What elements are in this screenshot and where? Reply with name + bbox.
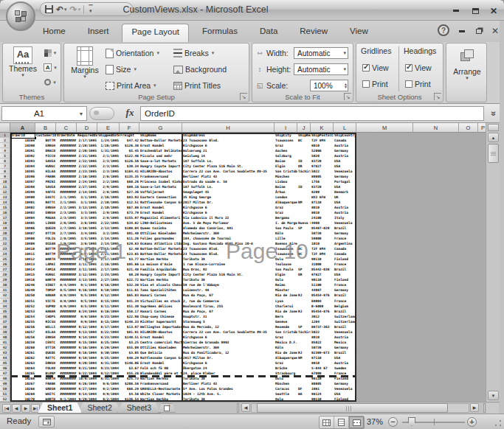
cell[interactable]: 10403 — [10, 210, 35, 215]
cell[interactable]: 10412 — [10, 257, 35, 262]
cell[interactable]: 2/20/1995 — [77, 143, 97, 148]
sheet-tab-sheet3[interactable]: Sheet3 — [117, 402, 161, 414]
row-header[interactable]: 41 — [0, 340, 10, 345]
cell[interactable]: ######## — [56, 267, 77, 272]
cell[interactable]: 3/1/1995 — [77, 195, 97, 200]
cell[interactable]: 10252 — [10, 304, 35, 309]
cell[interactable]: 3/12/1995 — [77, 272, 97, 277]
cell[interactable]: 8/5/1994 — [56, 287, 77, 293]
cell[interactable]: $12.51 — [120, 200, 139, 205]
cell[interactable]: Canada — [334, 246, 356, 251]
cell[interactable]: Carrera 22 con Ave. Carlos Soublette #8-… — [182, 329, 275, 335]
cell[interactable]: 4980 — [311, 220, 334, 226]
cell[interactable]: 10266 — [10, 376, 35, 381]
row-header[interactable]: 45 — [0, 360, 10, 366]
cell[interactable]: 59 rue de l'Abbaye — [182, 282, 275, 287]
cell[interactable]: LINO-Delicateses — [139, 220, 182, 226]
cell[interactable]: France — [334, 371, 356, 376]
cell[interactable]: ######## — [56, 386, 77, 391]
cell[interactable]: La maison d'Asie — [139, 262, 182, 267]
cell[interactable]: Folk och fä HB — [139, 366, 182, 371]
row-header[interactable]: 27 — [0, 267, 10, 272]
cell[interactable]: ######## — [56, 381, 77, 386]
cell[interactable]: Que Delícia — [139, 350, 182, 355]
cell[interactable]: Blondesddsl père et fils — [139, 371, 182, 376]
cell[interactable] — [297, 340, 311, 345]
cell[interactable]: 2/22/1995 — [97, 220, 120, 226]
cell[interactable]: Denmark — [334, 189, 356, 195]
cell[interactable]: Bottom-Dollar Markets — [139, 251, 182, 257]
row-header[interactable]: 44 — [0, 355, 10, 360]
cell[interactable]: Argentina — [334, 241, 356, 246]
cell[interactable]: 87110 — [311, 200, 334, 205]
cell[interactable]: RICSU — [35, 319, 56, 324]
row-header[interactable]: 10 — [0, 179, 10, 184]
cell[interactable]: Geislweg 14 — [182, 153, 275, 158]
cell[interactable]: 3/7/1995 — [77, 251, 97, 257]
cell[interactable]: NM — [297, 200, 311, 205]
cell[interactable]: Océano Atlántico Ltda. — [139, 241, 182, 246]
cell[interactable]: 10411 — [10, 251, 35, 257]
cell[interactable]: 9/1/1994 — [77, 282, 97, 287]
first-sheet-icon[interactable]: |◀ — [2, 404, 11, 413]
cell[interactable]: ######## — [56, 169, 77, 174]
cell[interactable]: HILARIÓN-Abastos — [139, 169, 182, 174]
cell[interactable] — [297, 189, 311, 195]
cell[interactable] — [297, 148, 311, 153]
row-header[interactable]: 30 — [0, 282, 10, 287]
cell[interactable]: 10406 — [10, 226, 35, 231]
cell[interactable]: ######## — [56, 391, 77, 397]
cell[interactable]: Austria — [334, 205, 356, 210]
cell[interactable]: SP — [297, 267, 311, 272]
row-header[interactable]: 25 — [0, 257, 10, 262]
cell[interactable]: Aachen — [275, 148, 297, 153]
cell[interactable]: WHITC — [35, 391, 56, 397]
cell[interactable]: 2/13/1995 — [97, 226, 120, 231]
cell[interactable]: Salzburg — [275, 153, 297, 158]
cell[interactable]: T2F 8M4 — [311, 138, 334, 143]
cell[interactable]: Bottom-Dollar Markets — [139, 246, 182, 251]
cell[interactable]: 05022 — [311, 340, 334, 345]
cell[interactable]: BC — [297, 138, 311, 143]
cell[interactable]: Graz — [275, 335, 297, 340]
row-header[interactable]: 20 — [0, 231, 10, 236]
cell[interactable]: San Cristóbal — [275, 169, 297, 174]
background-button[interactable]: Background — [173, 63, 227, 76]
cell[interactable]: BOTTM — [35, 246, 56, 251]
cell[interactable]: ######## — [56, 309, 77, 314]
cell[interactable]: 2/10/1995 — [77, 174, 97, 179]
cell[interactable]: ShipPostalCode — [311, 133, 334, 138]
cell[interactable]: 90110 — [311, 376, 334, 381]
cell[interactable]: 10413 — [10, 262, 35, 267]
cell[interactable]: VICTE — [35, 299, 56, 304]
cell[interactable] — [297, 195, 311, 200]
cell[interactable]: OrderID — [10, 133, 35, 138]
cell[interactable]: Brazil — [334, 309, 356, 314]
cell[interactable]: Germany — [334, 148, 356, 153]
cell[interactable]: QUEDE — [35, 350, 56, 355]
cell[interactable]: 10248 — [10, 282, 35, 287]
cell[interactable]: ######## — [56, 345, 77, 350]
cell[interactable]: WARTH — [35, 277, 56, 282]
cell[interactable]: RequiredDate — [77, 133, 97, 138]
sheet-tab-sheet2[interactable]: Sheet2 — [77, 402, 121, 414]
cell[interactable]: CENTC — [35, 340, 56, 345]
cell[interactable]: LINOD — [35, 220, 56, 226]
cell[interactable]: 10400 — [10, 195, 35, 200]
cell[interactable]: 8/17/1994 — [97, 324, 120, 329]
cell[interactable] — [297, 376, 311, 381]
cell[interactable]: Rio de Janeiro — [275, 293, 297, 298]
cell[interactable]: Austria — [334, 335, 356, 340]
cell[interactable]: 10256 — [10, 324, 35, 329]
cell[interactable]: 10414 — [10, 267, 35, 272]
cell[interactable]: 2/24/1995 — [77, 179, 97, 184]
cell[interactable]: 05454-876 — [311, 293, 334, 298]
cell[interactable]: London — [275, 195, 297, 200]
help-icon[interactable]: ? — [438, 24, 449, 36]
cell[interactable]: 87110 — [311, 355, 334, 360]
cell[interactable]: Austria — [334, 210, 356, 215]
row-header[interactable]: 18 — [0, 220, 10, 226]
cell[interactable]: Carrera 22 con Ave. Carlos Soublette #8-… — [182, 169, 275, 174]
cell[interactable]: 9/16/1994 — [77, 287, 97, 293]
cell[interactable]: Chop-suey Chinese — [139, 314, 182, 319]
